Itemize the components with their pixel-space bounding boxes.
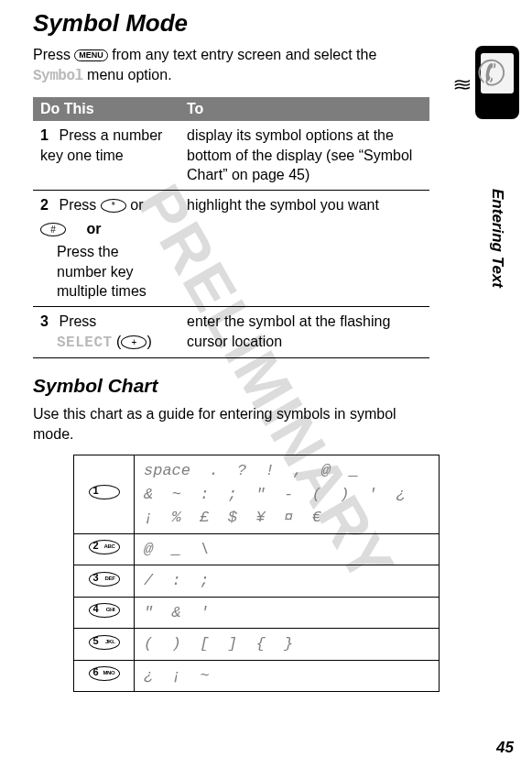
phone-icon: ✆ ≋ — [475, 46, 519, 119]
or-text: or — [86, 219, 101, 239]
table-header-right: To — [179, 97, 429, 121]
chart-intro-text: Use this chart as a guide for entering s… — [33, 404, 429, 444]
softkey-icon: + — [121, 335, 147, 349]
chart-key-cell — [74, 565, 135, 598]
step-left-text: Press a number key one time — [40, 127, 162, 163]
steps-table: Do This To 1 Press a number key one time… — [33, 97, 429, 358]
intro-text-2: from any text entry screen and select th… — [112, 47, 376, 62]
number-key-icon — [89, 572, 120, 587]
number-key-icon — [89, 485, 120, 499]
step-number: 2 — [40, 195, 55, 215]
paren-close: ) — [147, 334, 151, 349]
chart-symbols-cell: / : ; — [135, 565, 440, 598]
table-row: @ _ \ — [74, 533, 440, 565]
table-row: " & ' — [74, 597, 440, 629]
table-row: / : ; — [74, 565, 440, 598]
intro-text-3: menu option. — [87, 67, 172, 82]
chart-key-cell — [74, 660, 135, 692]
table-row: 1 Press a number key one time display it… — [33, 121, 429, 190]
number-key-icon — [89, 635, 120, 650]
table-row: 2 Press * or # or Press the number key m… — [33, 190, 429, 306]
chart-symbols-cell: ¿ ¡ ~ — [135, 660, 440, 692]
chart-symbols-cell: @ _ \ — [135, 533, 440, 565]
table-header-left: Do This — [33, 97, 179, 121]
section-subtitle: Symbol Chart — [33, 375, 429, 397]
select-softkey-label: SELECT — [57, 335, 113, 351]
page-number: 45 — [496, 739, 514, 757]
intro-paragraph: Press MENU from any text entry screen an… — [33, 45, 429, 86]
table-row: ( ) [ ] { } — [74, 629, 440, 661]
step-left-mid: or — [130, 197, 143, 213]
chart-symbols-cell: " & ' — [135, 597, 440, 629]
step-left-prefix: Press — [59, 313, 96, 329]
table-row: space . ? ! , @ _& ~ : ; " - ( ) ' ¿¡ % … — [74, 455, 440, 534]
step-number: 1 — [40, 126, 55, 146]
step-right-text: display its symbol options at the bottom… — [179, 121, 429, 190]
number-key-icon — [89, 603, 120, 618]
chart-symbols-cell: space . ? ! , @ _& ~ : ; " - ( ) ' ¿¡ % … — [135, 455, 440, 534]
symbol-chart-table: space . ? ! , @ _& ~ : ; " - ( ) ' ¿¡ % … — [73, 455, 440, 692]
table-row: ¿ ¡ ~ — [74, 660, 440, 692]
symbol-menu-word: Symbol — [33, 68, 83, 84]
chart-symbols-cell: ( ) [ ] { } — [135, 629, 440, 661]
page-title: Symbol Mode — [33, 9, 429, 38]
step-left-prefix: Press — [59, 197, 100, 213]
hash-key-icon: # — [40, 223, 66, 236]
step-right-text: highlight the symbol you want — [179, 190, 429, 306]
step-right-text: enter the symbol at the flashing cursor … — [179, 306, 429, 357]
menu-key-icon: MENU — [74, 49, 108, 61]
star-key-icon: * — [101, 199, 126, 213]
number-key-icon — [89, 540, 120, 554]
number-key-icon — [89, 666, 120, 681]
chart-key-cell — [74, 597, 135, 629]
table-row: 3 Press SELECT (+) enter the symbol at t… — [33, 306, 429, 357]
intro-text-1: Press — [33, 47, 74, 62]
chart-key-cell — [74, 533, 135, 565]
step-number: 3 — [40, 312, 55, 332]
chart-key-cell — [74, 629, 135, 661]
side-section-label: Entering Text — [488, 189, 506, 288]
chart-key-cell — [74, 455, 135, 534]
step-left-alt: Press the number key multiple times — [57, 242, 172, 302]
